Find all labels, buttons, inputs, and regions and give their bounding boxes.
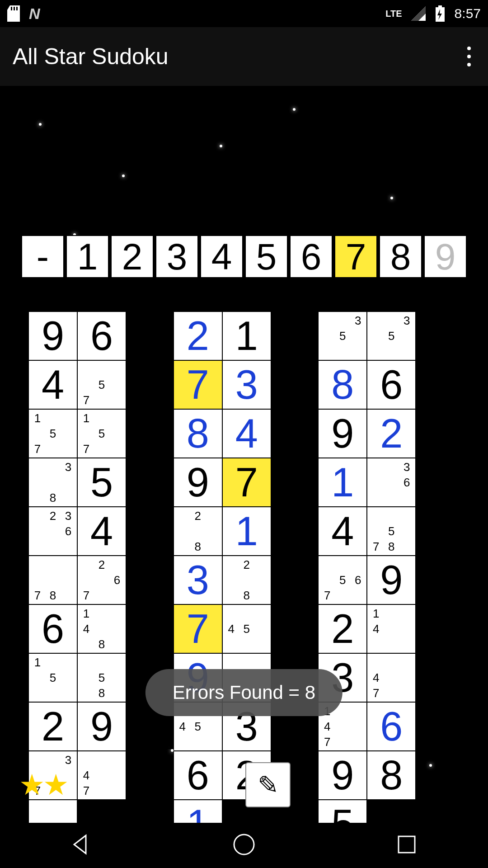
picker-1[interactable]: 1 (66, 235, 109, 278)
cell-r1-c6[interactable]: 6 (367, 360, 416, 409)
cell-r1-c2[interactable]: 157 (77, 409, 126, 458)
cell-r7-c2[interactable]: 9 (77, 702, 126, 751)
candidates: 567 (319, 557, 366, 603)
picker--[interactable]: - (21, 235, 64, 278)
cell-r7-c1[interactable]: 2 (28, 702, 77, 751)
cell-r6-c1[interactable]: 148 (77, 604, 126, 653)
home-button[interactable] (231, 832, 257, 859)
cell-r3-c5[interactable]: 28 (174, 507, 222, 556)
cell-r4-c0[interactable]: 4 (77, 507, 126, 556)
cell-r1-c3[interactable]: 3 (222, 360, 271, 409)
candidates: 47 (368, 655, 414, 701)
cell-r3-c6[interactable]: 1 (318, 458, 367, 507)
overflow-menu-icon[interactable] (463, 42, 475, 71)
picker-7[interactable]: 7 (334, 235, 377, 278)
cell-r4-c2[interactable]: 267 (77, 556, 126, 604)
cell-r3-c0[interactable]: 38 (28, 458, 77, 507)
candidates: 45 (224, 606, 270, 652)
cell-r0-c4[interactable]: 1 (222, 311, 271, 360)
cell-signal-icon (411, 6, 426, 21)
cell-r0-c1[interactable]: 6 (77, 311, 126, 360)
box-0-1: 217384596 (172, 310, 317, 456)
cell-r1-c5[interactable]: 4 (222, 409, 271, 458)
cell-r4-c1[interactable]: 78 (28, 556, 77, 604)
picker-6[interactable]: 6 (290, 235, 333, 278)
box-1-2: 1364578567937827 (316, 456, 461, 603)
cell-r1-c7[interactable]: 9 (318, 409, 367, 458)
cell-r0-c0[interactable]: 9 (28, 311, 77, 360)
svg-rect-4 (438, 5, 442, 7)
picker-9[interactable]: 9 (424, 235, 467, 278)
cell-r3-c7[interactable]: 36 (367, 458, 416, 507)
svg-rect-0 (11, 7, 12, 10)
cell-r0-c3[interactable]: 2 (174, 311, 222, 360)
playfield: -123456789 96457157157238217384596353586… (0, 86, 488, 823)
cell-r6-c6[interactable]: 2 (318, 604, 367, 653)
cell-r7-c8[interactable]: 6 (367, 702, 416, 751)
picker-5[interactable]: 5 (245, 235, 288, 278)
cell-r6-c0[interactable]: 6 (28, 604, 77, 653)
pencil-icon: ✎ (258, 770, 279, 800)
pencil-mode-button[interactable]: ✎ (245, 762, 291, 807)
cell-r3-c1[interactable]: 5 (77, 458, 126, 507)
cell-r4-c7[interactable]: 567 (318, 556, 367, 604)
errors-toast: Errors Found = 8 (145, 669, 343, 716)
cell-r6-c2[interactable]: 15 (28, 653, 77, 702)
candidates: 28 (224, 557, 270, 603)
cell-r4-c4[interactable]: 3 (174, 556, 222, 604)
footer-bar: ★★ ✎ (19, 762, 469, 807)
candidates: 15 (30, 655, 76, 701)
back-button[interactable] (69, 832, 94, 859)
recents-button[interactable] (394, 832, 419, 859)
cell-r6-c3[interactable]: 7 (174, 604, 222, 653)
candidates: 28 (175, 508, 221, 554)
cell-r0-c8[interactable]: 8 (318, 360, 367, 409)
status-right: LTE 8:57 (385, 5, 481, 22)
box-0-2: 3535869247471 (316, 310, 461, 456)
cell-r3-c8[interactable]: 4 (318, 507, 367, 556)
cell-r6-c4[interactable]: 45 (222, 604, 271, 653)
android-nav-bar (0, 823, 488, 868)
candidates: 267 (79, 557, 125, 603)
cell-r7-c6[interactable]: 47 (367, 653, 416, 702)
picker-3[interactable]: 3 (155, 235, 198, 278)
candidates: 58 (79, 655, 125, 701)
cell-r6-c7[interactable]: 14 (367, 604, 416, 653)
box-1-1: 97281328465 (172, 456, 317, 603)
candidates: 157 (79, 410, 125, 457)
status-clock: 8:57 (455, 6, 481, 21)
cell-r0-c7[interactable]: 35 (367, 311, 416, 360)
candidates: 14 (368, 606, 414, 652)
screen: N LTE 8:57 All Star Sudoku -123456789 96 (0, 0, 488, 868)
picker-4[interactable]: 4 (200, 235, 243, 278)
cell-r4-c6[interactable]: 578 (367, 507, 416, 556)
picker-8[interactable]: 8 (379, 235, 422, 278)
cell-r7-c0[interactable]: 58 (77, 653, 126, 702)
cell-r3-c4[interactable]: 7 (222, 458, 271, 507)
cell-r4-c5[interactable]: 28 (222, 556, 271, 604)
cell-r3-c3[interactable]: 9 (174, 458, 222, 507)
cell-r1-c1[interactable]: 157 (28, 409, 77, 458)
notification-badge-icon: N (29, 5, 40, 23)
box-1-0: 3852364782671937 (27, 456, 172, 603)
picker-2[interactable]: 2 (111, 235, 154, 278)
svg-rect-1 (14, 7, 15, 10)
box-0-0: 96457157157238 (27, 310, 172, 456)
candidates: 157 (30, 410, 76, 457)
cell-r0-c2[interactable]: 4 (28, 360, 77, 409)
cell-r3-c2[interactable]: 236 (28, 507, 77, 556)
cell-r1-c4[interactable]: 8 (174, 409, 222, 458)
cell-r4-c3[interactable]: 1 (222, 507, 271, 556)
cell-r1-c0[interactable]: 57 (77, 360, 126, 409)
svg-rect-6 (399, 836, 415, 853)
candidates: 57 (79, 362, 125, 408)
cell-r0-c6[interactable]: 35 (318, 311, 367, 360)
cell-r0-c5[interactable]: 7 (174, 360, 222, 409)
cell-r1-c8[interactable]: 2 (367, 409, 416, 458)
app-bar: All Star Sudoku (0, 27, 488, 86)
difficulty-stars: ★★ (19, 768, 67, 802)
candidates: 78 (30, 557, 76, 603)
status-bar: N LTE 8:57 (0, 0, 488, 27)
app-title: All Star Sudoku (13, 43, 169, 70)
cell-r4-c8[interactable]: 9 (367, 556, 416, 604)
